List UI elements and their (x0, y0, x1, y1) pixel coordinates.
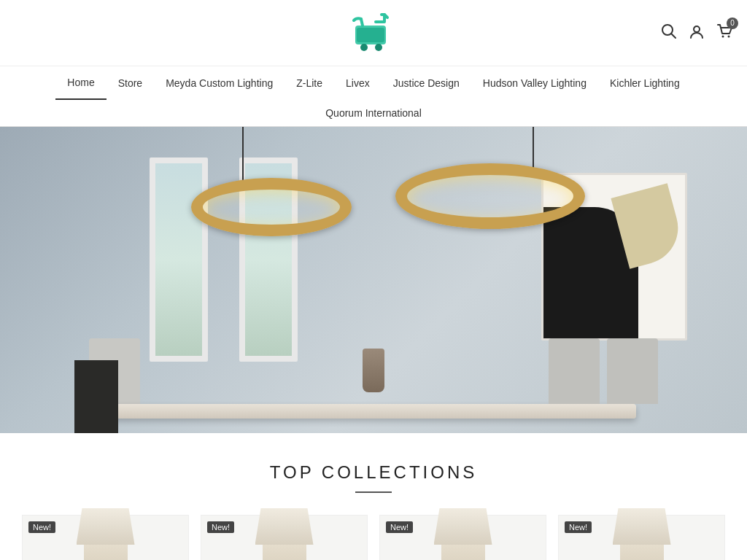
product-card[interactable]: New! Sale! (22, 515, 189, 560)
lamp-graphic (263, 537, 306, 560)
lamp-graphic (620, 537, 664, 560)
product-grid: New! Sale! New! Sale! New! (15, 515, 732, 560)
pendant-ring-left (191, 178, 352, 236)
lamp-shade (434, 508, 492, 545)
svg-line-5 (671, 34, 676, 38)
search-icon[interactable] (661, 23, 677, 43)
badge-new: New! (386, 521, 413, 533)
dining-area (74, 331, 672, 433)
collections-section: TOP COLLECTIONS New! Sale! New! Sale! (0, 433, 747, 560)
lamp-shade (77, 508, 135, 545)
lamp-shade (613, 508, 671, 545)
product-card[interactable]: New! Sale! (201, 515, 368, 560)
header-icons: 0 (661, 23, 732, 43)
collections-title: TOP COLLECTIONS (15, 462, 732, 483)
product-image: New! Sale! (559, 516, 724, 560)
product-card[interactable]: New! Sale! (379, 515, 546, 560)
svg-point-6 (694, 26, 700, 32)
nav-livex[interactable]: Livex (334, 67, 382, 99)
user-icon[interactable] (689, 23, 705, 43)
svg-rect-1 (357, 28, 384, 42)
vase (363, 349, 384, 392)
lamp-shade (255, 508, 314, 545)
hero-background (0, 127, 747, 433)
nav-store[interactable]: Store (107, 67, 154, 99)
main-nav: Home Store Meyda Custom Lighting Z-Lite … (0, 66, 747, 127)
nav-quorum[interactable]: Quorum International (314, 100, 433, 126)
pendant-wire-left (242, 127, 244, 185)
svg-point-8 (728, 35, 730, 37)
nav-second-row: Quorum International (0, 100, 747, 126)
nav-justice[interactable]: Justice Design (382, 67, 471, 99)
cart-badge: 0 (727, 18, 738, 29)
svg-point-3 (375, 44, 382, 51)
pendant-wire-right (533, 127, 534, 171)
svg-point-2 (360, 44, 368, 51)
svg-point-7 (722, 35, 724, 37)
product-image: New! Sale! (201, 516, 367, 560)
cart-icon[interactable]: 0 (716, 23, 732, 43)
nav-kichler[interactable]: Kichler Lighting (598, 67, 692, 99)
nav-home[interactable]: Home (55, 66, 106, 100)
collections-divider (355, 491, 392, 493)
logo-icon (348, 7, 399, 58)
nav-main-row: Home Store Meyda Custom Lighting Z-Lite … (0, 66, 747, 100)
sideboard (74, 360, 118, 433)
chair-right-1 (607, 338, 658, 404)
header: 0 (0, 0, 747, 66)
product-image: New! Sale! (380, 516, 546, 560)
lamp-graphic (441, 537, 485, 560)
badge-new: New! (565, 521, 592, 533)
product-card[interactable]: New! Sale! (558, 515, 725, 560)
pendant-lights (155, 127, 592, 346)
nav-hvl[interactable]: Hudson Valley Lighting (471, 67, 598, 99)
badge-new: New! (28, 521, 55, 533)
dining-table (111, 404, 635, 419)
pendant-ring-right (395, 163, 585, 229)
badge-new: New! (207, 521, 234, 533)
product-image: New! Sale! (23, 516, 188, 560)
hero-section (0, 127, 747, 433)
nav-zlite[interactable]: Z-Lite (285, 67, 334, 99)
nav-meyda[interactable]: Meyda Custom Lighting (154, 67, 285, 99)
logo[interactable] (348, 7, 399, 58)
lamp-graphic (84, 537, 128, 560)
chair-right-2 (549, 338, 600, 404)
